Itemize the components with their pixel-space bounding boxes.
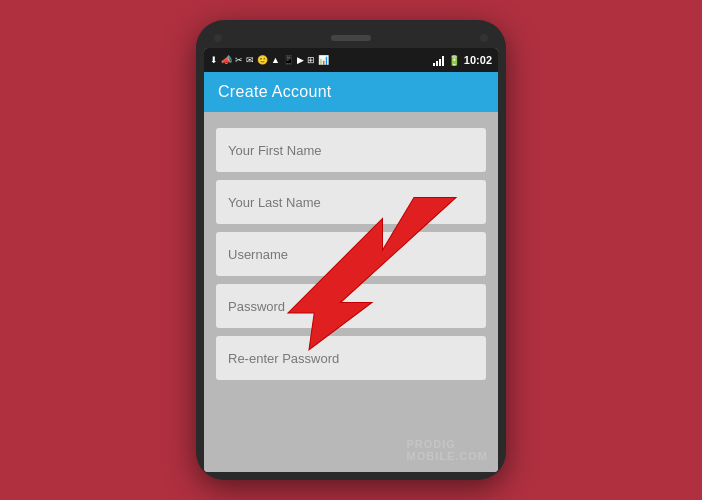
chart-icon: 📊 bbox=[318, 55, 329, 65]
username-field[interactable] bbox=[216, 232, 486, 276]
first-name-input[interactable] bbox=[228, 143, 474, 158]
last-name-input[interactable] bbox=[228, 195, 474, 210]
briefcase-icon: ⊞ bbox=[307, 55, 315, 65]
status-bar: ⬇ 📣 ✂ ✉ 🙂 ▲ 📱 ▶ ⊞ 📊 bbox=[204, 48, 498, 72]
signal-bars bbox=[433, 54, 444, 66]
status-time: 10:02 bbox=[464, 54, 492, 66]
reenter-password-input[interactable] bbox=[228, 351, 474, 366]
phone-icon: 📱 bbox=[283, 55, 294, 65]
speaker bbox=[331, 35, 371, 41]
first-name-field[interactable] bbox=[216, 128, 486, 172]
reenter-password-field[interactable] bbox=[216, 336, 486, 380]
phone-frame: ⬇ 📣 ✂ ✉ 🙂 ▲ 📱 ▶ ⊞ 📊 bbox=[196, 20, 506, 480]
app-bar-title: Create Account bbox=[218, 83, 332, 101]
username-input[interactable] bbox=[228, 247, 474, 262]
wifi-icon: ▲ bbox=[271, 55, 280, 65]
tv-icon: ▶ bbox=[297, 55, 304, 65]
emoji-icon: 🙂 bbox=[257, 55, 268, 65]
scissors-icon: ✂ bbox=[235, 55, 243, 65]
background: ⬇ 📣 ✂ ✉ 🙂 ▲ 📱 ▶ ⊞ 📊 bbox=[196, 20, 506, 480]
phone-top-bar bbox=[204, 28, 498, 48]
password-field[interactable] bbox=[216, 284, 486, 328]
form-area: PRODIG MOBILE.COM bbox=[204, 112, 498, 472]
phone-screen: ⬇ 📣 ✂ ✉ 🙂 ▲ 📱 ▶ ⊞ 📊 bbox=[204, 48, 498, 472]
camera-dot bbox=[214, 34, 222, 42]
last-name-field[interactable] bbox=[216, 180, 486, 224]
envelope-icon: ✉ bbox=[246, 55, 254, 65]
watermark: PRODIG MOBILE.COM bbox=[407, 438, 489, 462]
front-sensor bbox=[480, 34, 488, 42]
app-bar: Create Account bbox=[204, 72, 498, 112]
watermark-suffix: MOBILE.COM bbox=[407, 450, 489, 462]
password-input[interactable] bbox=[228, 299, 474, 314]
status-icons-left: ⬇ 📣 ✂ ✉ 🙂 ▲ 📱 ▶ ⊞ 📊 bbox=[210, 55, 329, 65]
status-icons-right: 🔋 10:02 bbox=[433, 54, 492, 66]
download-icon: ⬇ bbox=[210, 55, 218, 65]
battery-icon: 🔋 bbox=[448, 55, 460, 66]
voicemail-icon: 📣 bbox=[221, 55, 232, 65]
watermark-brand: PRODIG bbox=[407, 438, 456, 450]
